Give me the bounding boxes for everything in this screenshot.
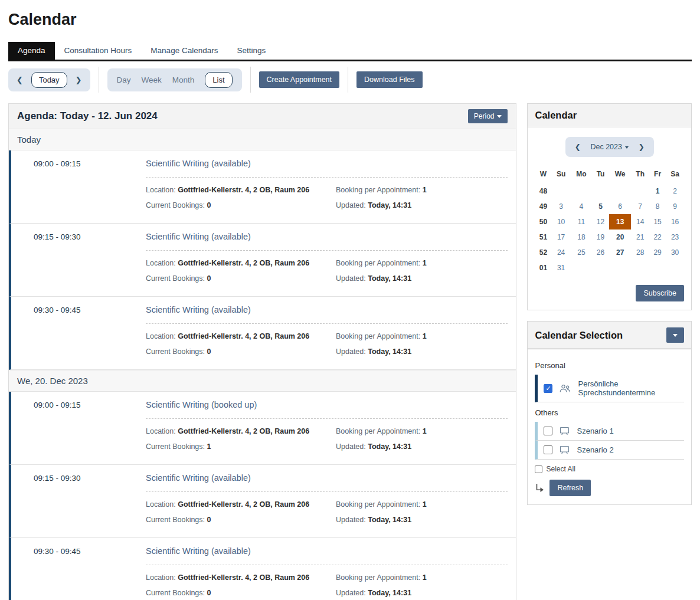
calendar-label[interactable]: Persönliche Sprechstundentermine [578,379,682,397]
calendar-day[interactable]: 11 [571,214,592,229]
tab-agenda[interactable]: Agenda [8,42,55,60]
month-dropdown[interactable]: Dec 2023 [590,143,629,151]
event-location: Location: Gottfried-Kellerstr. 4, 2 OB, … [146,259,336,268]
calendar-selection-header: Calendar Selection [528,322,691,349]
calendar-day[interactable]: 31 [552,260,571,276]
select-all-checkbox[interactable] [535,465,542,473]
event-title-link[interactable]: Scientific Writing (available) [146,297,508,323]
select-all-label[interactable]: Select All [546,465,575,473]
event-title-link[interactable]: Scientific Writing (available) [146,465,508,491]
week-number: 51 [535,229,551,245]
calendar-label[interactable]: Szenario 1 [577,427,613,435]
booking-label: Booking per Appointment: [336,259,420,267]
current-value: 0 [207,201,211,209]
calendar-day[interactable]: 23 [666,229,684,245]
event-title-link[interactable]: Scientific Writing (available) [146,224,508,250]
tab-consultation-hours[interactable]: Consultation Hours [55,42,142,60]
download-files-button[interactable]: Download Files [356,71,422,88]
calendar-day[interactable]: 15 [649,214,666,229]
calendar-day[interactable]: 4 [571,199,592,214]
calendar-day[interactable]: 17 [552,229,571,245]
view-week-button[interactable]: Week [142,76,162,84]
event-current: Current Bookings: 0 [146,347,336,356]
mini-calendar-header: Calendar [528,104,691,127]
calendar-checkbox[interactable] [544,384,552,393]
calendar-day[interactable]: 5 [592,199,609,214]
current-label: Current Bookings: [146,516,205,524]
event-title-link[interactable]: Scientific Writing (booked up) [146,392,508,418]
calendar-day[interactable]: 14 [631,214,649,229]
calendar-day[interactable]: 29 [649,245,666,260]
event-title-link[interactable]: Scientific Writing (available) [146,150,508,177]
week-number: 48 [535,183,551,199]
selection-menu-button[interactable] [666,327,684,343]
calendar-checkbox[interactable] [544,427,552,435]
event-updated: Updated: Today, 14:31 [336,442,508,451]
calendar-day[interactable]: 25 [571,245,592,260]
calendar-day[interactable]: 20 [609,229,631,245]
next-period-icon[interactable]: ❯ [76,76,82,84]
calendar-day[interactable]: 10 [552,214,571,229]
calendar-day[interactable]: 28 [631,245,649,260]
select-all-row: Select All [535,465,684,473]
today-button[interactable]: Today [31,72,67,88]
level-down-arrow-icon [535,483,544,493]
booking-label: Booking per Appointment: [336,186,420,194]
users-icon [560,384,571,393]
calendar-label[interactable]: Szenario 2 [577,445,613,454]
calendar-day[interactable]: 16 [666,214,684,229]
calendar-day[interactable]: 2 [666,183,684,199]
calendar-day[interactable]: 8 [649,199,666,214]
calendar-group-label: Personal [535,355,684,375]
calendar-day[interactable]: 22 [649,229,666,245]
location-label: Location: [146,259,176,267]
agenda-event: 09:00 - 09:15 Scientific Writing (availa… [9,150,516,224]
view-list-button[interactable]: List [205,72,232,88]
next-month-icon[interactable]: ❯ [639,143,645,150]
calendar-checkbox[interactable] [544,445,552,454]
event-body: Scientific Writing (available) Location:… [146,297,516,369]
tab-bar: AgendaConsultation HoursManage Calendars… [8,42,692,61]
current-label: Current Bookings: [146,589,205,597]
calendar-day [552,183,571,199]
event-separator [146,565,508,565]
subscribe-button[interactable]: Subscribe [636,285,684,301]
view-day-button[interactable]: Day [117,76,131,84]
refresh-button[interactable]: Refresh [549,480,591,496]
calendar-day[interactable]: 9 [666,199,684,214]
event-title-link[interactable]: Scientific Writing (available) [146,538,508,565]
calendar-day [592,260,609,276]
calendar-day[interactable]: 21 [631,229,649,245]
booking-label: Booking per Appointment: [336,332,420,340]
location-value: Gottfried-Kellerstr. 4, 2 OB, Raum 206 [178,332,309,340]
period-button[interactable]: Period [468,109,508,123]
tab-manage-calendars[interactable]: Manage Calendars [141,42,227,60]
calendar-day[interactable]: 30 [666,245,684,260]
calendar-day[interactable]: 12 [592,214,609,229]
calendar-day[interactable]: 6 [609,199,631,214]
view-month-button[interactable]: Month [172,76,195,84]
event-details: Location: Gottfried-Kellerstr. 4, 2 OB, … [146,427,508,451]
calendar-day-selected[interactable]: 13 [609,214,631,229]
weekday-header: W [535,165,551,183]
calendar-day[interactable]: 7 [631,199,649,214]
prev-month-icon[interactable]: ❮ [575,143,581,150]
calendar-day[interactable]: 24 [552,245,571,260]
week-number: 52 [535,245,551,260]
calendar-day[interactable]: 3 [552,199,571,214]
calendar-day[interactable]: 19 [592,229,609,245]
calendar-day [592,183,609,199]
event-time: 09:15 - 09:30 [11,224,146,296]
event-updated: Updated: Today, 14:31 [336,274,508,283]
event-details: Location: Gottfried-Kellerstr. 4, 2 OB, … [146,186,508,210]
calendar-day[interactable]: 1 [649,183,666,199]
calendar-day[interactable]: 26 [592,245,609,260]
create-appointment-button[interactable]: Create Appointment [259,71,340,88]
prev-period-icon[interactable]: ❮ [17,76,23,84]
location-value: Gottfried-Kellerstr. 4, 2 OB, Raum 206 [178,427,309,435]
calendar-day[interactable]: 18 [571,229,592,245]
current-value: 0 [207,589,211,597]
caret-down-icon [673,334,678,337]
calendar-day[interactable]: 27 [609,245,631,260]
tab-settings[interactable]: Settings [227,42,275,60]
